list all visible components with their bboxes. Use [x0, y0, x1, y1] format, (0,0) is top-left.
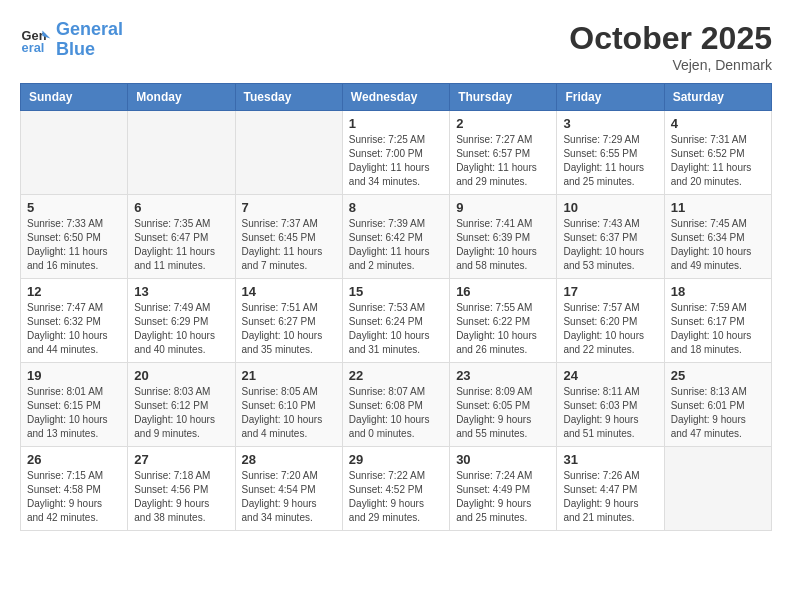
day-info: Sunrise: 8:03 AM Sunset: 6:12 PM Dayligh…	[134, 385, 228, 441]
day-number: 14	[242, 284, 336, 299]
day-info: Sunrise: 8:07 AM Sunset: 6:08 PM Dayligh…	[349, 385, 443, 441]
day-number: 16	[456, 284, 550, 299]
calendar-cell: 31Sunrise: 7:26 AM Sunset: 4:47 PM Dayli…	[557, 447, 664, 531]
day-info: Sunrise: 8:05 AM Sunset: 6:10 PM Dayligh…	[242, 385, 336, 441]
day-number: 8	[349, 200, 443, 215]
week-row-4: 19Sunrise: 8:01 AM Sunset: 6:15 PM Dayli…	[21, 363, 772, 447]
day-info: Sunrise: 7:31 AM Sunset: 6:52 PM Dayligh…	[671, 133, 765, 189]
day-header-thursday: Thursday	[450, 84, 557, 111]
calendar-cell: 10Sunrise: 7:43 AM Sunset: 6:37 PM Dayli…	[557, 195, 664, 279]
day-number: 25	[671, 368, 765, 383]
day-info: Sunrise: 7:35 AM Sunset: 6:47 PM Dayligh…	[134, 217, 228, 273]
calendar-cell: 19Sunrise: 8:01 AM Sunset: 6:15 PM Dayli…	[21, 363, 128, 447]
day-info: Sunrise: 7:26 AM Sunset: 4:47 PM Dayligh…	[563, 469, 657, 525]
day-number: 6	[134, 200, 228, 215]
page-header: Gen eral General Blue October 2025 Vejen…	[20, 20, 772, 73]
day-number: 9	[456, 200, 550, 215]
day-info: Sunrise: 8:09 AM Sunset: 6:05 PM Dayligh…	[456, 385, 550, 441]
calendar-cell: 13Sunrise: 7:49 AM Sunset: 6:29 PM Dayli…	[128, 279, 235, 363]
day-number: 22	[349, 368, 443, 383]
day-number: 27	[134, 452, 228, 467]
location: Vejen, Denmark	[569, 57, 772, 73]
day-info: Sunrise: 7:39 AM Sunset: 6:42 PM Dayligh…	[349, 217, 443, 273]
title-block: October 2025 Vejen, Denmark	[569, 20, 772, 73]
day-number: 23	[456, 368, 550, 383]
day-number: 24	[563, 368, 657, 383]
day-number: 7	[242, 200, 336, 215]
day-info: Sunrise: 7:57 AM Sunset: 6:20 PM Dayligh…	[563, 301, 657, 357]
calendar-cell: 7Sunrise: 7:37 AM Sunset: 6:45 PM Daylig…	[235, 195, 342, 279]
calendar-cell: 23Sunrise: 8:09 AM Sunset: 6:05 PM Dayli…	[450, 363, 557, 447]
calendar-cell: 26Sunrise: 7:15 AM Sunset: 4:58 PM Dayli…	[21, 447, 128, 531]
calendar-cell: 14Sunrise: 7:51 AM Sunset: 6:27 PM Dayli…	[235, 279, 342, 363]
day-number: 15	[349, 284, 443, 299]
day-header-saturday: Saturday	[664, 84, 771, 111]
calendar-cell: 30Sunrise: 7:24 AM Sunset: 4:49 PM Dayli…	[450, 447, 557, 531]
day-number: 3	[563, 116, 657, 131]
week-row-2: 5Sunrise: 7:33 AM Sunset: 6:50 PM Daylig…	[21, 195, 772, 279]
week-row-1: 1Sunrise: 7:25 AM Sunset: 7:00 PM Daylig…	[21, 111, 772, 195]
day-info: Sunrise: 7:41 AM Sunset: 6:39 PM Dayligh…	[456, 217, 550, 273]
day-info: Sunrise: 7:18 AM Sunset: 4:56 PM Dayligh…	[134, 469, 228, 525]
calendar-cell: 1Sunrise: 7:25 AM Sunset: 7:00 PM Daylig…	[342, 111, 449, 195]
day-number: 19	[27, 368, 121, 383]
day-info: Sunrise: 7:22 AM Sunset: 4:52 PM Dayligh…	[349, 469, 443, 525]
day-info: Sunrise: 7:45 AM Sunset: 6:34 PM Dayligh…	[671, 217, 765, 273]
day-info: Sunrise: 7:53 AM Sunset: 6:24 PM Dayligh…	[349, 301, 443, 357]
calendar-cell: 3Sunrise: 7:29 AM Sunset: 6:55 PM Daylig…	[557, 111, 664, 195]
calendar-cell: 20Sunrise: 8:03 AM Sunset: 6:12 PM Dayli…	[128, 363, 235, 447]
day-info: Sunrise: 7:20 AM Sunset: 4:54 PM Dayligh…	[242, 469, 336, 525]
calendar-cell: 5Sunrise: 7:33 AM Sunset: 6:50 PM Daylig…	[21, 195, 128, 279]
day-number: 5	[27, 200, 121, 215]
day-info: Sunrise: 8:01 AM Sunset: 6:15 PM Dayligh…	[27, 385, 121, 441]
day-info: Sunrise: 7:15 AM Sunset: 4:58 PM Dayligh…	[27, 469, 121, 525]
day-number: 31	[563, 452, 657, 467]
calendar-cell: 25Sunrise: 8:13 AM Sunset: 6:01 PM Dayli…	[664, 363, 771, 447]
calendar-cell: 11Sunrise: 7:45 AM Sunset: 6:34 PM Dayli…	[664, 195, 771, 279]
svg-text:eral: eral	[22, 40, 45, 55]
day-number: 10	[563, 200, 657, 215]
week-row-5: 26Sunrise: 7:15 AM Sunset: 4:58 PM Dayli…	[21, 447, 772, 531]
day-header-sunday: Sunday	[21, 84, 128, 111]
calendar-cell: 27Sunrise: 7:18 AM Sunset: 4:56 PM Dayli…	[128, 447, 235, 531]
day-info: Sunrise: 7:25 AM Sunset: 7:00 PM Dayligh…	[349, 133, 443, 189]
calendar-cell: 4Sunrise: 7:31 AM Sunset: 6:52 PM Daylig…	[664, 111, 771, 195]
day-number: 30	[456, 452, 550, 467]
day-header-monday: Monday	[128, 84, 235, 111]
day-info: Sunrise: 7:37 AM Sunset: 6:45 PM Dayligh…	[242, 217, 336, 273]
day-info: Sunrise: 7:55 AM Sunset: 6:22 PM Dayligh…	[456, 301, 550, 357]
day-number: 13	[134, 284, 228, 299]
logo-icon: Gen eral	[20, 24, 52, 56]
calendar-cell	[21, 111, 128, 195]
logo-line2: Blue	[56, 40, 123, 60]
day-info: Sunrise: 7:33 AM Sunset: 6:50 PM Dayligh…	[27, 217, 121, 273]
day-number: 17	[563, 284, 657, 299]
calendar-cell	[664, 447, 771, 531]
calendar-cell: 16Sunrise: 7:55 AM Sunset: 6:22 PM Dayli…	[450, 279, 557, 363]
day-number: 21	[242, 368, 336, 383]
calendar-cell: 2Sunrise: 7:27 AM Sunset: 6:57 PM Daylig…	[450, 111, 557, 195]
day-info: Sunrise: 8:11 AM Sunset: 6:03 PM Dayligh…	[563, 385, 657, 441]
calendar-cell: 22Sunrise: 8:07 AM Sunset: 6:08 PM Dayli…	[342, 363, 449, 447]
day-number: 2	[456, 116, 550, 131]
day-number: 26	[27, 452, 121, 467]
calendar-cell: 24Sunrise: 8:11 AM Sunset: 6:03 PM Dayli…	[557, 363, 664, 447]
day-info: Sunrise: 7:43 AM Sunset: 6:37 PM Dayligh…	[563, 217, 657, 273]
day-number: 29	[349, 452, 443, 467]
logo: Gen eral General Blue	[20, 20, 123, 60]
calendar-cell: 15Sunrise: 7:53 AM Sunset: 6:24 PM Dayli…	[342, 279, 449, 363]
calendar-cell: 8Sunrise: 7:39 AM Sunset: 6:42 PM Daylig…	[342, 195, 449, 279]
day-info: Sunrise: 7:49 AM Sunset: 6:29 PM Dayligh…	[134, 301, 228, 357]
day-info: Sunrise: 7:24 AM Sunset: 4:49 PM Dayligh…	[456, 469, 550, 525]
week-row-3: 12Sunrise: 7:47 AM Sunset: 6:32 PM Dayli…	[21, 279, 772, 363]
day-info: Sunrise: 7:27 AM Sunset: 6:57 PM Dayligh…	[456, 133, 550, 189]
day-number: 12	[27, 284, 121, 299]
day-info: Sunrise: 7:59 AM Sunset: 6:17 PM Dayligh…	[671, 301, 765, 357]
day-info: Sunrise: 7:47 AM Sunset: 6:32 PM Dayligh…	[27, 301, 121, 357]
calendar-cell: 12Sunrise: 7:47 AM Sunset: 6:32 PM Dayli…	[21, 279, 128, 363]
day-number: 1	[349, 116, 443, 131]
day-number: 18	[671, 284, 765, 299]
day-number: 11	[671, 200, 765, 215]
month-title: October 2025	[569, 20, 772, 57]
calendar-cell: 17Sunrise: 7:57 AM Sunset: 6:20 PM Dayli…	[557, 279, 664, 363]
